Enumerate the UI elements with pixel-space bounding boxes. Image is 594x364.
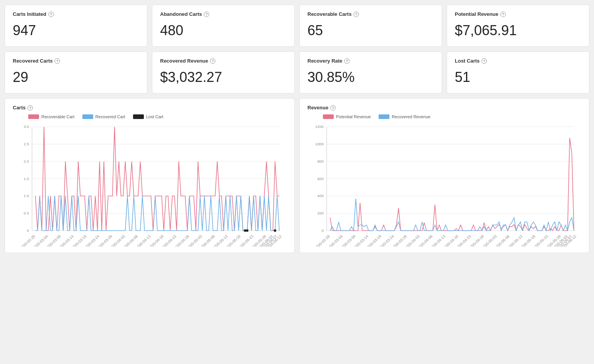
- metric-label-recovered-carts: Recovered Carts ?: [13, 58, 139, 64]
- metric-label-potential-revenue: Potential Revenue ?: [455, 11, 581, 17]
- legend-lost-cart: Lost Cart: [133, 114, 164, 119]
- svg-text:1200: 1200: [315, 125, 324, 129]
- help-icon-abandoned-carts[interactable]: ?: [204, 12, 209, 17]
- help-icon-recovered-carts[interactable]: ?: [55, 58, 60, 64]
- metric-label-text-recoverable-carts: Recoverable Carts: [307, 11, 352, 17]
- metric-label-text-carts-initiated: Carts Initiated: [13, 11, 46, 17]
- metric-value-recovered-carts: 29: [13, 69, 139, 85]
- revenue-legend: Potential Revenue Recovered Revenue: [323, 114, 581, 119]
- metric-card-potential-revenue: Potential Revenue ? $7,065.91: [447, 5, 589, 47]
- metric-label-text-recovered-revenue: Recovered Revenue: [160, 58, 208, 64]
- carts-chart-title: Carts ?: [13, 105, 287, 111]
- carts-chart-svg: 0 0.5 1.0 1.5 2.0 2.5 3.0 2020-02-28 202…: [13, 123, 287, 247]
- metric-value-recovery-rate: 30.85%: [307, 69, 434, 85]
- recovered-cart-label: Recovered Cart: [96, 114, 125, 119]
- metric-label-abandoned-carts: Abandoned Carts ?: [160, 11, 287, 17]
- potential-revenue-label: Potential Revenue: [336, 114, 371, 119]
- metric-label-text-potential-revenue: Potential Revenue: [455, 11, 498, 17]
- metric-card-carts-initiated: Carts Initiated ? 947: [5, 5, 147, 47]
- svg-point-40: [274, 230, 277, 232]
- charts-row: Carts ? Recoverable Cart Recovered Cart …: [5, 98, 589, 253]
- legend-recoverable-cart: Recoverable Cart: [28, 114, 75, 119]
- svg-text:2.5: 2.5: [24, 142, 29, 146]
- legend-recovered-revenue: Recovered Revenue: [379, 114, 430, 119]
- metric-label-text-recovery-rate: Recovery Rate: [307, 58, 342, 64]
- metric-label-carts-initiated: Carts Initiated ?: [13, 11, 139, 17]
- revenue-chart-title-text: Revenue: [307, 105, 328, 111]
- metric-label-text-lost-carts: Lost Carts: [455, 58, 480, 64]
- carts-chart-container: 0 0.5 1.0 1.5 2.0 2.5 3.0 2020-02-28 202…: [13, 123, 287, 247]
- revenue-chart-title: Revenue ?: [307, 105, 581, 111]
- svg-text:2.0: 2.0: [24, 159, 29, 163]
- carts-chart-card: Carts ? Recoverable Cart Recovered Cart …: [5, 98, 295, 253]
- metric-label-recovered-revenue: Recovered Revenue ?: [160, 58, 287, 64]
- recoverable-cart-label: Recoverable Cart: [41, 114, 75, 119]
- svg-text:0.5: 0.5: [24, 211, 29, 215]
- revenue-chart-card: Revenue ? Potential Revenue Recovered Re…: [299, 98, 589, 253]
- carts-chart-title-text: Carts: [13, 105, 26, 111]
- metric-card-recoverable-carts: Recoverable Carts ? 65: [299, 5, 442, 47]
- svg-text:0: 0: [27, 228, 29, 233]
- svg-text:2020-02-28: 2020-02-28: [19, 234, 36, 247]
- help-icon-carts-initiated[interactable]: ?: [48, 12, 54, 17]
- metric-value-recoverable-carts: 65: [307, 22, 434, 39]
- svg-text:600: 600: [317, 177, 324, 181]
- help-icon-recovered-revenue[interactable]: ?: [210, 58, 215, 64]
- legend-potential-revenue: Potential Revenue: [323, 114, 371, 119]
- metric-label-recoverable-carts: Recoverable Carts ?: [307, 11, 434, 17]
- metric-card-abandoned-carts: Abandoned Carts ? 480: [152, 5, 295, 47]
- help-icon-recoverable-carts[interactable]: ?: [353, 12, 359, 17]
- metric-value-carts-initiated: 947: [13, 22, 139, 39]
- help-icon-recovery-rate[interactable]: ?: [344, 58, 350, 64]
- svg-text:200: 200: [317, 211, 324, 215]
- metric-label-lost-carts: Lost Carts ?: [455, 58, 581, 64]
- svg-text:1000: 1000: [315, 142, 324, 146]
- metric-value-lost-carts: 51: [455, 69, 581, 85]
- metric-card-recovered-carts: Recovered Carts ? 29: [5, 51, 147, 94]
- lost-cart-swatch: [133, 114, 144, 119]
- metrics-row-2: Recovered Carts ? 29 Recovered Revenue ?…: [5, 51, 589, 94]
- revenue-chart-svg: 0 200 400 600 800 1000 1200 2020-02-28 2…: [307, 123, 581, 247]
- lost-cart-label: Lost Cart: [146, 114, 164, 119]
- revenue-chart-container: 0 200 400 600 800 1000 1200 2020-02-28 2…: [307, 123, 581, 247]
- svg-point-39: [246, 230, 249, 232]
- svg-text:0: 0: [321, 228, 324, 233]
- help-icon-lost-carts[interactable]: ?: [481, 58, 487, 64]
- recoverable-cart-swatch: [28, 114, 39, 119]
- svg-text:400: 400: [317, 194, 324, 198]
- metric-value-abandoned-carts: 480: [160, 22, 287, 39]
- metric-label-text-recovered-carts: Recovered Carts: [13, 58, 53, 64]
- metric-value-potential-revenue: $7,065.91: [455, 22, 581, 39]
- potential-revenue-swatch: [323, 114, 334, 119]
- svg-text:1.5: 1.5: [24, 177, 29, 181]
- svg-text:2020-02-28: 2020-02-28: [314, 234, 331, 247]
- metrics-row-1: Carts Initiated ? 947 Abandoned Carts ? …: [5, 5, 589, 47]
- metric-label-recovery-rate: Recovery Rate ?: [307, 58, 434, 64]
- svg-text:1.0: 1.0: [24, 194, 29, 198]
- metric-card-lost-carts: Lost Carts ? 51: [447, 51, 589, 94]
- metric-label-text-abandoned-carts: Abandoned Carts: [160, 11, 202, 17]
- recovered-cart-swatch: [82, 114, 93, 119]
- carts-legend: Recoverable Cart Recovered Cart Lost Car…: [28, 114, 287, 119]
- metric-value-recovered-revenue: $3,032.27: [160, 69, 287, 85]
- legend-recovered-cart: Recovered Cart: [82, 114, 125, 119]
- recovered-revenue-swatch: [379, 114, 389, 119]
- svg-text:3.0: 3.0: [24, 125, 29, 129]
- svg-text:800: 800: [317, 159, 324, 163]
- carts-help-icon[interactable]: ?: [27, 105, 33, 111]
- recovered-revenue-label: Recovered Revenue: [392, 114, 430, 119]
- metric-card-recovered-revenue: Recovered Revenue ? $3,032.27: [152, 51, 295, 94]
- metric-card-recovery-rate: Recovery Rate ? 30.85%: [299, 51, 442, 94]
- help-icon-potential-revenue[interactable]: ?: [500, 12, 506, 17]
- revenue-help-icon[interactable]: ?: [330, 105, 336, 111]
